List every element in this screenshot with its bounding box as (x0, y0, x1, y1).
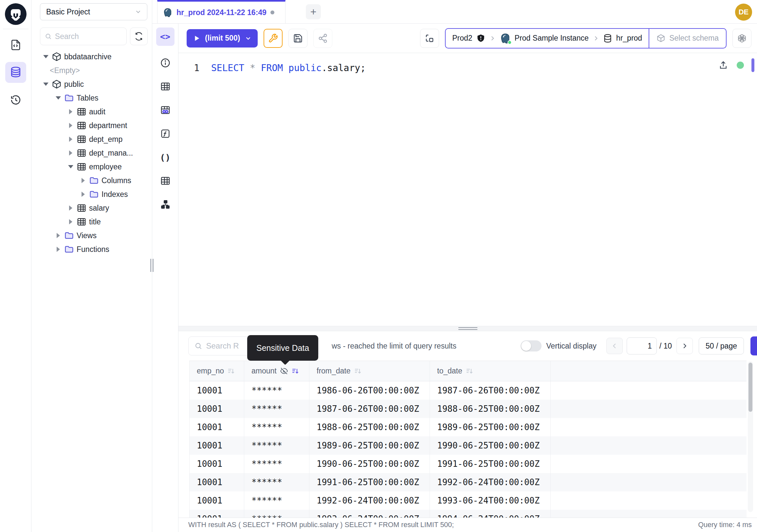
unsaved-dot-icon (270, 11, 274, 15)
column-header-from_date[interactable]: from_date (309, 361, 430, 381)
batch-query-icon[interactable] (420, 29, 439, 48)
main-panel: hr_prod 2024-11-22 16:49 + DE <> (152, 0, 757, 532)
schema-diagram-icon[interactable] (158, 197, 172, 212)
parameters-icon[interactable]: () (158, 150, 172, 165)
page-total-label: / 10 (659, 342, 672, 351)
tree-item-salary[interactable]: salary (31, 201, 152, 215)
prev-page-button[interactable] (606, 338, 623, 354)
table-info-icon[interactable] (158, 79, 172, 94)
instance-label: Prod Sample Instance (515, 34, 589, 43)
tree-item-indexes[interactable]: Indexes (31, 187, 152, 201)
play-icon (193, 35, 200, 42)
eye-off-icon[interactable] (280, 367, 288, 375)
tree-item-department[interactable]: department (31, 119, 152, 132)
tree-item-employee[interactable]: employee (31, 160, 152, 173)
breadcrumb-main[interactable]: Prod2 Prod Sample (446, 29, 649, 48)
chevron-down-icon (42, 55, 50, 58)
postgresql-instance-icon (500, 33, 511, 44)
new-tab-button[interactable]: + (306, 4, 321, 19)
sort-icon[interactable] (466, 367, 473, 375)
table-row[interactable]: 10001******1987-06-26T00:00:00Z1988-06-2… (190, 400, 747, 418)
tree-item-functions[interactable]: Functions (31, 242, 152, 256)
vertical-display-toggle[interactable] (521, 340, 542, 352)
history-icon[interactable] (5, 89, 26, 110)
sort-icon[interactable] (227, 367, 235, 375)
bytebase-logo-icon[interactable] (5, 3, 26, 25)
info-icon[interactable] (158, 56, 172, 70)
table-scrollbar[interactable] (748, 361, 753, 512)
column-header-emp_no[interactable]: emp_no (190, 361, 244, 381)
schema-tree: bbdataarchive<Empty>publicTablesauditdep… (31, 50, 152, 256)
chevron-down-icon (245, 35, 252, 42)
chevron-right-icon (681, 342, 688, 350)
table-row[interactable]: 10001******1986-06-26T00:00:00Z1987-06-2… (190, 381, 747, 400)
table-icon (76, 107, 86, 117)
result-table-icon[interactable] (158, 173, 172, 188)
database-nav-icon[interactable] (5, 62, 26, 83)
tree-item-empty[interactable]: <Empty> (31, 64, 152, 77)
tree-item-columns[interactable]: Columns (31, 173, 152, 187)
table-icon (76, 162, 86, 172)
tree-item-audit[interactable]: audit (31, 105, 152, 119)
chevron-right-icon (54, 247, 62, 252)
ai-assistant-icon[interactable] (733, 29, 751, 48)
cube-icon (52, 52, 62, 62)
environment-label: Prod2 (452, 34, 472, 43)
wrench-icon[interactable] (263, 29, 283, 48)
chevron-right-icon (67, 109, 75, 114)
select-schema-button[interactable]: Select schema (649, 29, 726, 48)
tree-item-views[interactable]: Views (31, 229, 152, 242)
share-icon[interactable] (313, 29, 332, 48)
folder-icon (64, 231, 74, 240)
user-avatar[interactable]: DE (735, 4, 752, 21)
tree-item-tables[interactable]: Tables (31, 91, 152, 105)
column-header-to_date[interactable]: to_date (430, 361, 551, 381)
app-root: Basic Project bbdataarchive<Empty>public… (0, 0, 757, 532)
sidebar-search-input[interactable] (40, 27, 127, 45)
connection-status-dot (737, 62, 744, 69)
results-body: 10001******1986-06-26T00:00:00Z1987-06-2… (190, 381, 747, 518)
refresh-icon[interactable] (130, 27, 148, 45)
masked-table-icon[interactable] (158, 103, 172, 117)
sort-icon[interactable] (291, 367, 299, 375)
page-size-select[interactable]: 50 / page (699, 337, 744, 355)
table-row[interactable]: 10001******1990-06-25T00:00:00Z1991-06-2… (190, 455, 747, 473)
table-row[interactable]: 10001******1989-06-25T00:00:00Z1990-06-2… (190, 436, 747, 455)
editor-rail: <> () (152, 24, 178, 532)
save-icon[interactable] (288, 29, 308, 48)
chevron-right-icon (489, 35, 496, 42)
tree-item-dept-emp[interactable]: dept_emp (31, 132, 152, 146)
upload-icon[interactable] (718, 60, 728, 70)
tree-item-public[interactable]: public (31, 77, 152, 91)
column-header-amount[interactable]: amount (244, 361, 309, 381)
sort-icon[interactable] (354, 367, 362, 375)
run-query-button[interactable]: (limit 500) (187, 29, 258, 47)
results-panel: ws - reached the limit of query results … (178, 331, 757, 517)
sensitive-data-tooltip: Sensitive Data (247, 335, 318, 361)
next-page-button[interactable] (677, 338, 693, 354)
editor-scrollbar[interactable] (751, 58, 754, 72)
table-icon (76, 134, 86, 144)
table-row[interactable]: 10001******1991-06-25T00:00:00Z1992-06-2… (190, 473, 747, 491)
tree-item-dept-mana[interactable]: dept_mana... (31, 146, 152, 160)
vertical-display-label: Vertical display (546, 342, 596, 351)
table-row[interactable]: 10001******1993-06-24T00:00:00Z1994-06-2… (190, 510, 747, 518)
project-selector[interactable]: Basic Project (40, 3, 147, 20)
page-number-input[interactable] (627, 337, 657, 355)
sidebar-search-field[interactable] (55, 32, 122, 41)
table-row[interactable]: 10001******1992-06-24T00:00:00Z1993-06-2… (190, 491, 747, 510)
worksheet-icon[interactable] (5, 34, 26, 55)
panel-action-button[interactable] (750, 336, 757, 356)
chevron-down-icon (135, 8, 142, 16)
editor-toolbar: (limit 500) (178, 24, 757, 53)
table-row[interactable]: 10001******1988-06-25T00:00:00Z1989-06-2… (190, 418, 747, 436)
tree-item-title[interactable]: title (31, 215, 152, 229)
function-icon[interactable] (158, 126, 172, 141)
tab-hr-prod[interactable]: hr_prod 2024-11-22 16:49 (157, 0, 286, 23)
panel-resize-handle[interactable] (178, 326, 757, 331)
code-view-button[interactable]: <> (156, 27, 174, 46)
status-bar: WITH result AS ( SELECT * FROM public.sa… (178, 517, 757, 532)
sidebar-resize-handle[interactable] (150, 259, 154, 272)
sql-editor[interactable]: 1 SELECT * FROM public.salary; (178, 53, 757, 326)
tree-item-bbdataarchive[interactable]: bbdataarchive (31, 50, 152, 64)
